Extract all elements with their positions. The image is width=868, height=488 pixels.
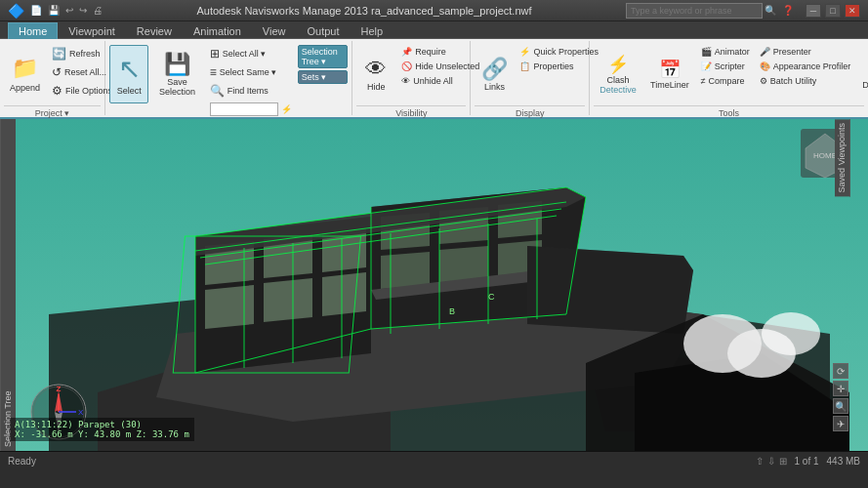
orbit-btn[interactable]: ⟳ [833, 363, 848, 379]
clash-icon: ⚡ [607, 54, 629, 75]
3d-scene: HOME Z X C B [0, 119, 868, 451]
project-label[interactable]: Project ▾ [4, 105, 101, 118]
ribbon-group-visibility: 👁 Hide 📌 Require 🚫 Hide Unselected 👁 Unh… [352, 41, 471, 115]
timeliner-icon: 📅 [659, 59, 681, 80]
help-icon[interactable]: ❓ [782, 5, 794, 16]
project-content: 📁 Append 🔄 Refresh ↺ Reset All... ⚙ File… [4, 43, 116, 105]
status-nav3[interactable]: ⊞ [779, 456, 787, 467]
info-line1: A(13:11:22) Parapet (30) [15, 420, 189, 429]
pan-btn[interactable]: ✛ [833, 381, 848, 396]
zoom-btn[interactable]: 🔍 [833, 398, 848, 414]
nav-icons-row: ⇧ ⇩ ⊞ [756, 456, 787, 467]
search-icon: 🔍 [765, 5, 776, 16]
scripter-btn[interactable]: 📝 Scripter [697, 60, 754, 73]
links-icon: 🔗 [481, 57, 508, 82]
info-overlay: A(13:11:22) Parapet (30) X: -31.66 m Y: … [10, 418, 194, 441]
ribbon-group-select: ↖ Select 💾 Save Selection ⊞ Select All ▾… [105, 41, 352, 115]
presenter-btn[interactable]: 🎤 Presenter [756, 45, 855, 59]
appearance-profiler-btn[interactable]: 🎨 Appearance Profiler [756, 60, 855, 73]
viewport[interactable]: Selection Tree Saved Viewpoints [0, 119, 868, 451]
selection-tree-dropdown[interactable]: Selection Tree ▾ [298, 45, 349, 68]
select-same-btn[interactable]: ≡ Select Same ▾ [206, 63, 296, 81]
sets-dropdown[interactable]: Sets ▾ [298, 70, 349, 84]
undo-btn[interactable]: ↩ [65, 5, 73, 16]
status-ready: Ready [8, 456, 36, 467]
svg-text:C: C [488, 292, 495, 302]
select-all-btn[interactable]: ⊞ Select All ▾ [206, 45, 296, 62]
timeliner-group: 📅 TimeLiner [644, 45, 695, 103]
batch-utility-btn[interactable]: ⚙ Batch Utility [756, 74, 855, 88]
tab-output[interactable]: Output [297, 22, 351, 39]
status-nav2[interactable]: ⇩ [767, 456, 775, 467]
status-bar: Ready ⇧ ⇩ ⊞ 1 of 1 443 MB [0, 451, 868, 470]
ribbon-tabs: Home Viewpoint Review Animation View Out… [0, 21, 868, 39]
redo-btn[interactable]: ↪ [79, 5, 87, 16]
select-all-icon: ⊞ [210, 47, 220, 61]
close-btn[interactable]: ✕ [845, 4, 860, 18]
tools-small-left: 🎬 Animator 📝 Scripter ≠ Compare [697, 45, 754, 88]
fly-btn[interactable]: ✈ [833, 416, 848, 431]
svg-text:B: B [449, 306, 455, 316]
maximize-btn[interactable]: □ [825, 4, 841, 18]
quick-find-input[interactable] [210, 102, 278, 116]
datatools-group: 📊 DataTools [856, 45, 868, 103]
appearance-icon: 🎨 [760, 61, 770, 71]
status-nav1[interactable]: ⇧ [756, 456, 764, 467]
minimize-btn[interactable]: ─ [806, 4, 821, 18]
clash-detective-btn[interactable]: ⚡ Clash Detective [594, 45, 642, 103]
compare-btn[interactable]: ≠ Compare [697, 74, 754, 88]
save-btn[interactable]: 💾 [48, 5, 60, 16]
timeliner-btn[interactable]: 📅 TimeLiner [644, 45, 695, 103]
svg-marker-24 [527, 246, 693, 334]
refresh-icon: 🔄 [52, 47, 66, 61]
app-icon: 🔷 [8, 3, 24, 19]
svg-marker-10 [205, 285, 254, 329]
new-btn[interactable]: 📄 [30, 5, 42, 16]
append-icon: 📁 [12, 56, 38, 81]
select-btn[interactable]: ↖ Select [109, 45, 148, 103]
svg-marker-11 [264, 278, 312, 322]
quick-find-icon: ⚡ [281, 104, 292, 114]
presenter-icon: 🎤 [760, 47, 770, 57]
tab-view[interactable]: View [252, 22, 297, 39]
compare-icon: ≠ [701, 76, 706, 86]
animator-icon: 🎬 [701, 47, 712, 57]
unhide-icon: 👁 [401, 76, 410, 86]
hide-btn[interactable]: 👁 Hide [356, 45, 395, 103]
hide-icon: 👁 [365, 57, 387, 82]
tab-viewpoint[interactable]: Viewpoint [58, 22, 126, 39]
append-btn[interactable]: 📁 Append [4, 45, 46, 103]
hide-unsel-icon: 🚫 [401, 61, 412, 71]
select-content: ↖ Select 💾 Save Selection ⊞ Select All ▾… [109, 43, 348, 120]
animator-btn[interactable]: 🎬 Animator [697, 45, 754, 59]
select-same-icon: ≡ [210, 65, 217, 79]
svg-text:X: X [78, 408, 84, 417]
title-bar-title: Autodesk Navisworks Manage 2013 ra_advan… [103, 5, 626, 17]
links-btn[interactable]: 🔗 Links [475, 45, 514, 103]
tab-help[interactable]: Help [351, 22, 394, 39]
tools-label: Tools [594, 105, 864, 118]
tab-review[interactable]: Review [126, 22, 183, 39]
tools-content: ⚡ Clash Detective 📅 TimeLiner 🎬 Animator… [594, 43, 868, 105]
tab-animation[interactable]: Animation [183, 22, 252, 39]
save-sel-icon: 💾 [164, 52, 190, 77]
require-icon: 📌 [401, 47, 412, 57]
tab-home[interactable]: Home [8, 22, 58, 39]
search-input[interactable] [626, 3, 763, 19]
datatools-btn[interactable]: 📊 DataTools [856, 45, 868, 103]
select-small: ⊞ Select All ▾ ≡ Select Same ▾ 🔍 Find It… [206, 45, 296, 118]
saved-viewpoints-tab[interactable]: Saved Viewpoints [835, 119, 850, 196]
ribbon-group-tools: ⚡ Clash Detective 📅 TimeLiner 🎬 Animator… [590, 41, 868, 115]
find-items-btn[interactable]: 🔍 Find Items [206, 82, 296, 100]
save-selection-btn[interactable]: 💾 Save Selection [150, 45, 203, 103]
batch-icon: ⚙ [760, 76, 767, 86]
ribbon: 📁 Append 🔄 Refresh ↺ Reset All... ⚙ File… [0, 39, 868, 119]
quick-find-btn[interactable]: ⚡ [206, 101, 296, 118]
print-btn[interactable]: 🖨 [93, 5, 103, 16]
props-icon: 📋 [519, 61, 530, 71]
scripter-icon: 📝 [701, 61, 712, 71]
file-size: 443 MB [827, 456, 860, 467]
selection-tree-tab[interactable]: Selection Tree [0, 119, 16, 451]
title-bar-controls: 🔍 ❓ ─ □ ✕ [626, 3, 860, 19]
dropdown-group: Selection Tree ▾ Sets ▾ [298, 45, 349, 84]
